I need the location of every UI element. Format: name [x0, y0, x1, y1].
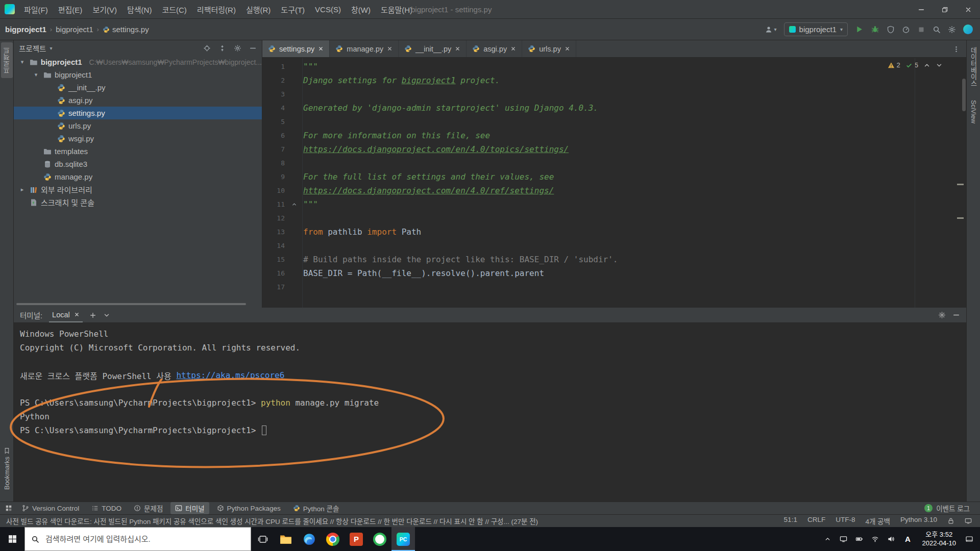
tool-window-stripe-button[interactable]: SciView	[968, 95, 979, 128]
taskbar-search[interactable]	[24, 527, 251, 551]
code-with-me-icon[interactable]	[963, 24, 973, 34]
close-icon[interactable]	[565, 46, 570, 52]
stop-button[interactable]	[917, 26, 925, 34]
chevron-right-icon[interactable]: ▸	[18, 186, 27, 193]
tree-item[interactable]: wsgi.py	[14, 132, 262, 145]
taskbar-app-pycharm[interactable]: PC	[391, 527, 415, 551]
start-button[interactable]	[0, 527, 24, 551]
task-view-button[interactable]	[251, 527, 274, 551]
chevron-down-icon[interactable]	[103, 312, 110, 319]
menu-item[interactable]: 리팩터링(R)	[192, 0, 241, 18]
breadcrumb-item[interactable]: settings.py	[103, 25, 149, 34]
close-icon[interactable]	[387, 46, 393, 52]
tray-expand-button[interactable]	[820, 527, 836, 551]
tool-window-button[interactable]: Python 콘솔	[288, 502, 344, 514]
debug-button[interactable]	[871, 25, 879, 34]
locate-file-icon[interactable]	[203, 44, 211, 52]
menu-item[interactable]: 창(W)	[346, 0, 376, 18]
ime-indicator[interactable]: A	[899, 535, 917, 543]
new-session-icon[interactable]	[89, 312, 96, 319]
tool-window-stripe-button[interactable]: Bookmarks	[1, 443, 13, 494]
status-widget[interactable]: UTF-8	[836, 516, 855, 526]
menu-item[interactable]: 파일(F)	[19, 0, 53, 18]
tree-item[interactable]: ▾bigproject1C:₩Users₩samsung₩PycharmProj…	[14, 56, 262, 68]
tree-item[interactable]: ▸외부 라이브러리	[14, 183, 262, 196]
tool-window-switcher-icon[interactable]	[5, 505, 12, 512]
close-icon[interactable]	[455, 46, 460, 52]
tool-window-stripe-button[interactable]: 데이터베이스	[968, 42, 979, 91]
menu-item[interactable]: 코드(C)	[157, 0, 191, 18]
editor-tab[interactable]: settings.py	[262, 40, 330, 57]
taskbar-app-edge[interactable]	[298, 527, 321, 551]
code-editor[interactable]: 1"""2Django settings for bigproject1 pro…	[262, 58, 966, 308]
inspections-widget[interactable]: 2 5	[888, 61, 943, 69]
tray-network-button[interactable]	[867, 527, 883, 551]
close-icon[interactable]	[318, 46, 324, 52]
screen-reader-icon[interactable]	[965, 517, 972, 524]
minimize-button[interactable]	[910, 0, 933, 19]
panel-settings-icon[interactable]	[234, 44, 241, 52]
write-access-lock-icon[interactable]	[947, 517, 954, 524]
tree-item[interactable]: settings.py	[14, 107, 262, 119]
menu-item[interactable]: VCS(S)	[310, 0, 346, 18]
close-button[interactable]	[957, 0, 980, 19]
run-configuration-select[interactable]: bigproject1 ▾	[784, 22, 848, 36]
users-button[interactable]: ▾	[765, 26, 777, 34]
tool-window-button[interactable]: Version Control	[17, 502, 84, 514]
tree-item[interactable]: __init__.py	[14, 81, 262, 94]
search-everywhere-icon[interactable]	[933, 26, 941, 34]
menu-item[interactable]: 실행(R)	[241, 0, 276, 18]
collapse-all-icon[interactable]	[218, 44, 226, 52]
tool-window-button[interactable]: Python Packages	[212, 502, 285, 514]
taskbar-app-powerpoint[interactable]: P	[345, 527, 368, 551]
search-input[interactable]	[44, 534, 244, 544]
editor-tab[interactable]: asgi.py	[467, 40, 522, 57]
error-stripe-mark[interactable]	[957, 217, 964, 219]
tray-battery-button[interactable]	[851, 527, 867, 551]
menu-item[interactable]: 편집(E)	[53, 0, 88, 18]
tool-window-button[interactable]: 문제점	[129, 502, 167, 514]
next-problem-icon[interactable]	[936, 62, 943, 69]
settings-icon[interactable]	[948, 26, 956, 34]
event-log-widget[interactable]: 1 이벤트 로그	[924, 503, 975, 513]
status-widget[interactable]: 4개 공백	[865, 516, 890, 526]
tab-options-button[interactable]	[946, 40, 966, 58]
breadcrumb-item[interactable]: bigproject1	[5, 25, 46, 34]
run-button[interactable]	[855, 25, 864, 34]
tree-item[interactable]: asgi.py	[14, 94, 262, 107]
tree-item[interactable]: manage.py	[14, 170, 262, 183]
terminal-settings-icon[interactable]	[938, 311, 946, 319]
horizontal-scrollbar[interactable]	[16, 303, 246, 305]
editor-scrollbar[interactable]	[962, 79, 966, 111]
menu-item[interactable]: 도구(T)	[276, 0, 310, 18]
status-link[interactable]: 항상 다운로드	[336, 518, 376, 525]
error-stripe-mark[interactable]	[957, 184, 964, 185]
hide-terminal-icon[interactable]	[952, 311, 960, 319]
terminal-tab-local[interactable]: Local	[49, 308, 83, 322]
tool-window-button[interactable]: 터미널	[170, 502, 209, 514]
editor-tab[interactable]: urls.py	[522, 40, 576, 57]
tree-item[interactable]: db.sqlite3	[14, 158, 262, 170]
menu-item[interactable]: 보기(V)	[87, 0, 122, 18]
hide-panel-icon[interactable]	[249, 44, 257, 52]
tree-item[interactable]: 스크래치 및 콘솔	[14, 196, 262, 209]
close-icon[interactable]	[74, 312, 80, 317]
status-link[interactable]: 한 번만 다운로드	[383, 518, 431, 525]
tool-window-stripe-button[interactable]: 프로젝트	[1, 42, 13, 78]
chevron-down-icon[interactable]: ▾	[32, 71, 40, 78]
tool-window-button[interactable]: TODO	[87, 502, 126, 514]
maximize-button[interactable]	[933, 0, 957, 19]
chevron-down-icon[interactable]: ▾	[18, 59, 27, 65]
editor-tab[interactable]: __init__.py	[399, 40, 467, 57]
clock[interactable]: 오후 3:52 2022-04-10	[917, 531, 962, 547]
action-center-button[interactable]	[961, 527, 977, 551]
tree-item[interactable]: templates	[14, 145, 262, 158]
taskbar-app-chrome[interactable]	[321, 527, 345, 551]
status-widget[interactable]: CRLF	[807, 516, 825, 526]
status-widget[interactable]: 51:1	[784, 516, 797, 526]
previous-problem-icon[interactable]	[923, 62, 930, 69]
terminal-link[interactable]: https://aka.ms/pscore6	[176, 370, 284, 380]
breadcrumb-item[interactable]: bigproject1	[56, 25, 93, 34]
coverage-button[interactable]	[887, 26, 895, 34]
close-icon[interactable]	[510, 46, 516, 52]
